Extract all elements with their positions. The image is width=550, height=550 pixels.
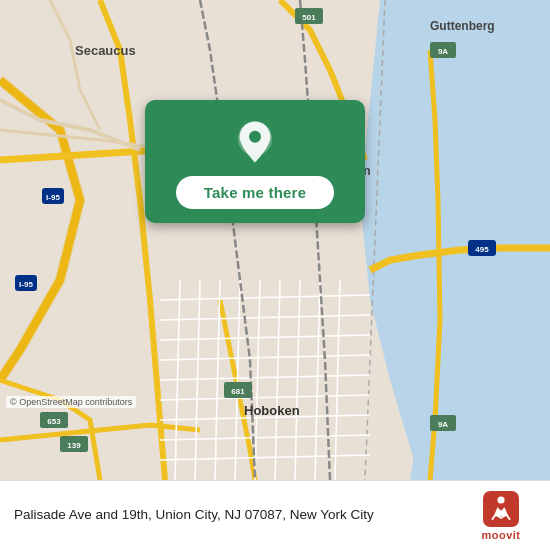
map-svg: I-95 I-95 501 9A 9A 495 681 653 139 Seca… bbox=[0, 0, 550, 480]
osm-attribution: © OpenStreetMap contributors bbox=[6, 396, 136, 408]
svg-text:9A: 9A bbox=[438, 420, 448, 429]
moovit-label: moovit bbox=[481, 529, 520, 541]
take-me-there-button[interactable]: Take me there bbox=[176, 176, 334, 209]
bottom-bar: Palisade Ave and 19th, Union City, NJ 07… bbox=[0, 480, 550, 550]
svg-text:653: 653 bbox=[47, 417, 61, 426]
svg-text:139: 139 bbox=[67, 441, 81, 450]
svg-text:I-95: I-95 bbox=[19, 280, 33, 289]
svg-text:681: 681 bbox=[231, 387, 245, 396]
svg-text:495: 495 bbox=[475, 245, 489, 254]
svg-text:501: 501 bbox=[302, 13, 316, 22]
address-line: Palisade Ave and 19th, Union City, NJ 07… bbox=[14, 506, 374, 525]
svg-rect-46 bbox=[483, 491, 519, 527]
moovit-brand-icon bbox=[483, 491, 519, 527]
location-pin-icon bbox=[231, 118, 279, 166]
svg-text:Guttenberg: Guttenberg bbox=[430, 19, 495, 33]
svg-text:9A: 9A bbox=[438, 47, 448, 56]
svg-point-45 bbox=[249, 131, 261, 143]
address-block: Palisade Ave and 19th, Union City, NJ 07… bbox=[14, 506, 374, 525]
map-container: I-95 I-95 501 9A 9A 495 681 653 139 Seca… bbox=[0, 0, 550, 480]
svg-text:Hoboken: Hoboken bbox=[244, 403, 300, 418]
svg-text:I-95: I-95 bbox=[46, 193, 60, 202]
action-card: Take me there bbox=[145, 100, 365, 223]
svg-text:Secaucus: Secaucus bbox=[75, 43, 136, 58]
svg-point-47 bbox=[497, 496, 504, 503]
moovit-logo: moovit bbox=[466, 491, 536, 541]
